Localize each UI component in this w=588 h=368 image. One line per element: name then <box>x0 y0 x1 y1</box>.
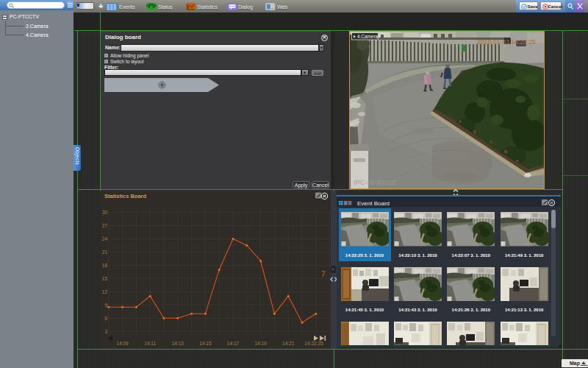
svg-text:14:11: 14:11 <box>144 341 156 346</box>
svg-text:27: 27 <box>102 223 108 228</box>
svg-text:15: 15 <box>102 276 108 281</box>
svg-text:14:21: 14:21 <box>282 341 295 346</box>
svg-text:9: 9 <box>104 302 107 308</box>
svg-text:21: 21 <box>102 250 108 255</box>
svg-text:14:15: 14:15 <box>199 341 212 346</box>
svg-text:30: 30 <box>102 210 108 215</box>
svg-text:14:17: 14:17 <box>227 341 240 346</box>
svg-text:14:13: 14:13 <box>172 341 184 346</box>
svg-text:18: 18 <box>102 263 108 268</box>
svg-text:6: 6 <box>104 316 107 321</box>
svg-text:12: 12 <box>102 289 108 294</box>
svg-text:3: 3 <box>104 329 107 334</box>
svg-text:2018-01-03 14:22:25: 2018-01-03 14:22:25 <box>477 38 536 46</box>
svg-text:4.Camera: 4.Camera <box>357 34 379 39</box>
svg-text:Statistics Board: Statistics Board <box>104 193 147 199</box>
svg-text:14:22:25: 14:22:25 <box>304 341 323 346</box>
svg-text:24: 24 <box>102 236 108 241</box>
svg-text:IPC-HF8331E: IPC-HF8331E <box>354 178 397 186</box>
svg-text:14:19: 14:19 <box>254 341 267 346</box>
svg-text:14:09: 14:09 <box>116 341 129 346</box>
